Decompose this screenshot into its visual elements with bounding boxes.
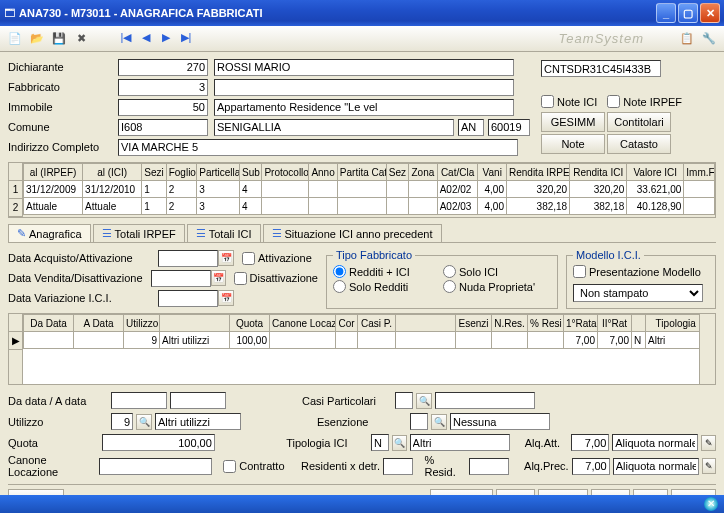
tool-b-icon[interactable]: 🔧 [700,30,718,48]
nav-first-icon[interactable]: |◀ [118,31,134,47]
utilizzo-txt-input[interactable] [155,413,241,430]
brand-label: TeamSystem [559,31,674,46]
alqatt-input[interactable] [571,434,609,451]
esenzione-cod-input[interactable] [410,413,428,430]
save-icon[interactable]: 💾 [50,30,68,48]
edit-icon[interactable]: ✎ [701,435,716,451]
comune-cod-input[interactable] [118,119,208,136]
alqprec-input[interactable] [572,458,610,475]
adata-input[interactable] [170,392,226,409]
catasto-button[interactable]: Catasto [607,134,671,154]
sub-grid[interactable]: ▶ Da DataA DataUtilizzoQuotaCanone Locaz… [8,313,716,385]
nav-last-icon[interactable]: ▶| [178,31,194,47]
solo-redditi-radio[interactable]: Solo Redditi [333,280,408,293]
dadata-label: Da data / A data [8,395,108,407]
status-icon[interactable]: ✕ [704,497,718,511]
titlebar: 🗔 ANA730 - M73011 - ANAGRAFICA FABBRICAT… [0,0,724,26]
prov-input[interactable] [458,119,484,136]
casip-label: Casi Particolari [302,395,392,407]
tipici-txt-input[interactable] [410,434,510,451]
close-button[interactable]: ✕ [700,3,720,23]
casip-txt-input[interactable] [435,392,535,409]
calendar-icon[interactable]: 📅 [218,250,234,266]
indirizzo-label: Indirizzo Completo [8,141,118,153]
immobile-num-input[interactable] [118,99,208,116]
contratto-checkbox[interactable]: Contratto [223,460,284,473]
list-icon: ☰ [196,227,206,240]
note-button[interactable]: Note [541,134,605,154]
fabbricato-num-input[interactable] [118,79,208,96]
comune-label: Comune [8,121,118,133]
redditi-ici-radio[interactable]: Redditi + ICI [333,265,410,278]
minimize-button[interactable]: _ [656,3,676,23]
fabbricato-desc-input[interactable] [214,79,514,96]
tab-situazione-ici[interactable]: ☰Situazione ICI anno precedent [263,224,442,242]
list-icon: ☰ [102,227,112,240]
delete-icon[interactable]: ✖ [72,30,90,48]
lookup-icon[interactable]: 🔍 [431,414,447,430]
lookup-icon[interactable]: 🔍 [136,414,152,430]
open-icon[interactable]: 📂 [28,30,46,48]
cf-input[interactable] [541,60,661,77]
calendar-icon[interactable]: 📅 [211,270,226,286]
modello-ici-group: Modello I.C.I. Presentazione Modello Non… [566,249,716,309]
alqatt-txt-input[interactable] [612,434,698,451]
tipo-fabbricato-group: Tipo Fabbricato Redditi + ICI Solo Reddi… [326,249,558,309]
maximize-button[interactable]: ▢ [678,3,698,23]
modello-select[interactable]: Non stampato [573,284,703,302]
dadata-input[interactable] [111,392,167,409]
lookup-icon[interactable]: 🔍 [392,435,407,451]
noteirpef-checkbox[interactable]: Note IRPEF [607,95,682,108]
immobile-desc-input[interactable] [214,99,514,116]
edit-icon: ✎ [17,227,26,240]
nav-next-icon[interactable]: ▶ [158,31,174,47]
alqatt-label: Alq.Att. [525,437,569,449]
alqprec-txt-input[interactable] [613,458,699,475]
app-icon: 🗔 [4,7,15,19]
presid-input[interactable] [469,458,509,475]
presentazione-checkbox[interactable]: Presentazione Modello [573,265,701,278]
cap-input[interactable] [488,119,530,136]
dichiarante-num-input[interactable] [118,59,208,76]
window-title: ANA730 - M73011 - ANAGRAFICA FABBRICATI [15,7,656,19]
data-variazione-input[interactable] [158,290,218,307]
gesimm-button[interactable]: GESIMM [541,112,605,132]
main-grid[interactable]: 1 2 al (IRPEF)al (ICI)SeziFoglioParticel… [8,162,716,218]
esenzione-txt-input[interactable] [450,413,550,430]
residenti-input[interactable] [383,458,413,475]
solo-ici-radio[interactable]: Solo ICI [443,265,498,278]
casip-cod-input[interactable] [395,392,413,409]
fabbricato-label: Fabbricato [8,81,118,93]
disattivazione-checkbox[interactable]: Disattivazione [234,272,318,285]
lookup-icon[interactable]: 🔍 [416,393,432,409]
tab-totali-ici[interactable]: ☰Totali ICI [187,224,261,242]
alqprec-label: Alq.Prec. [524,460,569,472]
attivazione-checkbox[interactable]: Attivazione [242,252,312,265]
dichiarante-name-input[interactable] [214,59,514,76]
nuda-proprieta-radio[interactable]: Nuda Proprieta' [443,280,535,293]
scrollbar[interactable] [699,314,715,384]
noteici-checkbox[interactable]: Note ICI [541,95,597,108]
tool-a-icon[interactable]: 📋 [678,30,696,48]
tab-totali-irpef[interactable]: ☰Totali IRPEF [93,224,185,242]
nav-prev-icon[interactable]: ◀ [138,31,154,47]
data-acquisto-input[interactable] [158,250,218,267]
data-acquisto-label: Data Acquisto/Attivazione [8,252,158,264]
data-vendita-label: Data Vendita/Disattivazione [8,272,151,284]
comune-name-input[interactable] [214,119,454,136]
contitolari-button[interactable]: Contitolari [607,112,671,132]
indirizzo-input[interactable] [118,139,518,156]
calendar-icon[interactable]: 📅 [218,290,234,306]
canone-label: Canone Locazione [8,454,96,478]
statusbar: ✕ [0,495,724,513]
new-icon[interactable]: 📄 [6,30,24,48]
quota-input[interactable] [102,434,215,451]
data-variazione-label: Data Variazione I.C.I. [8,292,158,304]
tipici-cod-input[interactable] [371,434,389,451]
toolbar: 📄 📂 💾 ✖ |◀ ◀ ▶ ▶| TeamSystem 📋 🔧 [0,26,724,52]
canone-input[interactable] [99,458,212,475]
tab-anagrafica[interactable]: ✎Anagrafica [8,224,91,242]
utilizzo-cod-input[interactable] [111,413,133,430]
data-vendita-input[interactable] [151,270,211,287]
edit-icon[interactable]: ✎ [702,458,716,474]
